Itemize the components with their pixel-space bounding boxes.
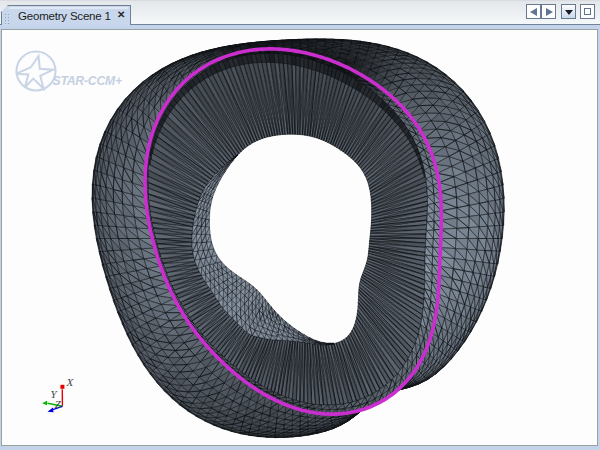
svg-text:STAR-CCM+: STAR-CCM+ [53, 74, 122, 88]
svg-text:X: X [66, 376, 75, 388]
svg-text:Z: Z [55, 397, 62, 409]
